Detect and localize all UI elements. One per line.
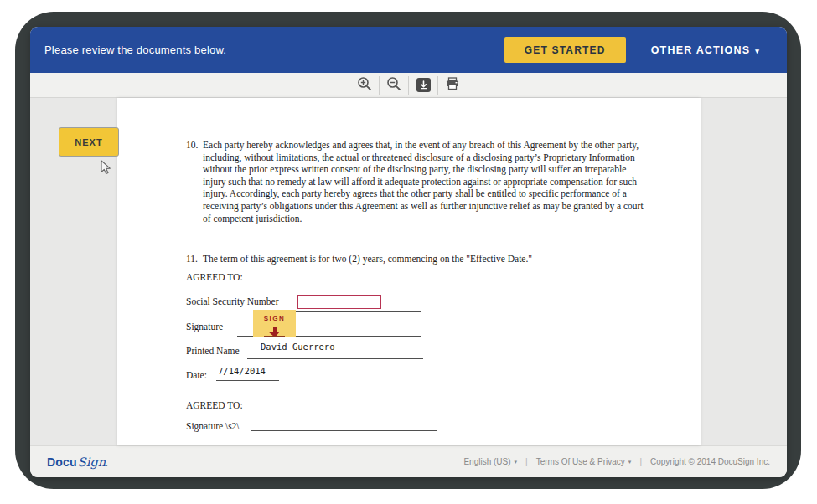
get-started-button[interactable]: GET STARTED — [504, 37, 626, 63]
sign-tab-label: SIGN — [253, 310, 296, 326]
printed-name-value: David Guerrero — [261, 341, 335, 353]
agreed-to-heading-1: AGREED TO: — [186, 271, 243, 284]
zoom-out-button[interactable] — [380, 73, 408, 97]
date-underline — [216, 380, 279, 381]
footer-links: English (US) ▾ | Terms Of Use & Privacy … — [463, 457, 770, 466]
window-footer: Docu Sign . English (US) ▾ | Terms Of Us… — [30, 445, 787, 477]
language-label: English (US) — [463, 457, 510, 466]
footer-separator: | — [639, 457, 642, 466]
language-selector[interactable]: English (US) ▾ — [463, 457, 517, 466]
signature-label: Signature — [186, 321, 223, 333]
review-banner: Please review the documents below. GET S… — [30, 27, 787, 73]
clause-text: Each party hereby acknowledges and agree… — [203, 139, 645, 224]
docusign-window: Please review the documents below. GET S… — [30, 27, 787, 477]
chevron-down-icon: ▾ — [755, 47, 760, 55]
zoom-in-icon — [357, 76, 372, 95]
document-viewport: 10. Each party hereby acknowledges and a… — [30, 98, 787, 445]
clause-11: 11. The term of this agreement is for tw… — [186, 253, 645, 265]
zoom-out-icon — [386, 76, 401, 95]
terms-privacy-link[interactable]: Terms Of Use & Privacy ▾ — [536, 457, 632, 466]
print-icon — [445, 77, 460, 94]
ssn-label: Social Security Number — [186, 296, 279, 308]
printed-name-label: Printed Name — [186, 345, 240, 357]
sign-here-tab[interactable]: SIGN — [253, 310, 296, 337]
docusign-logo: Docu Sign . — [47, 455, 108, 469]
logo-text-dot: . — [106, 459, 108, 468]
clause-number: 11. — [186, 253, 203, 265]
clause-10: 10. Each party hereby acknowledges and a… — [186, 139, 645, 224]
ssn-underline — [289, 311, 421, 312]
date-value: 7/14/2014 — [218, 365, 266, 378]
clause-text: The term of this agreement is for two (2… — [203, 253, 645, 265]
logo-text-sign: Sign — [78, 455, 106, 469]
copyright-text: Copyright © 2014 DocuSign Inc. — [650, 457, 770, 466]
sign-tab-base-line — [264, 336, 285, 337]
chevron-down-icon: ▾ — [515, 459, 518, 465]
date-label: Date: — [186, 369, 207, 382]
download-button[interactable] — [409, 73, 437, 97]
other-actions-label: OTHER ACTIONS — [651, 44, 751, 56]
footer-separator: | — [525, 457, 528, 466]
clause-number: 10. — [186, 139, 203, 224]
ssn-input-field[interactable] — [297, 295, 381, 309]
mouse-cursor-icon — [101, 160, 111, 178]
page: Please review the documents below. GET S… — [0, 0, 817, 504]
banner-actions: GET STARTED OTHER ACTIONS ▾ — [504, 37, 787, 63]
next-button[interactable]: NEXT — [59, 127, 119, 157]
toolbar-icons — [350, 73, 467, 97]
chevron-down-icon: ▾ — [628, 459, 632, 465]
document-page: 10. Each party hereby acknowledges and a… — [117, 98, 701, 445]
print-button[interactable] — [438, 73, 467, 97]
other-actions-menu[interactable]: OTHER ACTIONS ▾ — [651, 44, 760, 56]
signature2-label: Signature \s2\ — [186, 420, 240, 433]
printed-name-underline — [247, 358, 423, 359]
agreed-to-heading-2: AGREED TO: — [186, 399, 243, 412]
zoom-in-button[interactable] — [350, 73, 379, 97]
signature2-underline — [251, 430, 437, 431]
banner-message: Please review the documents below. — [30, 44, 226, 56]
download-icon — [416, 78, 431, 92]
logo-text-docu: Docu — [47, 455, 77, 469]
terms-label: Terms Of Use & Privacy — [536, 457, 625, 466]
document-toolbar — [30, 73, 787, 98]
document-content: 10. Each party hereby acknowledges and a… — [117, 98, 701, 445]
